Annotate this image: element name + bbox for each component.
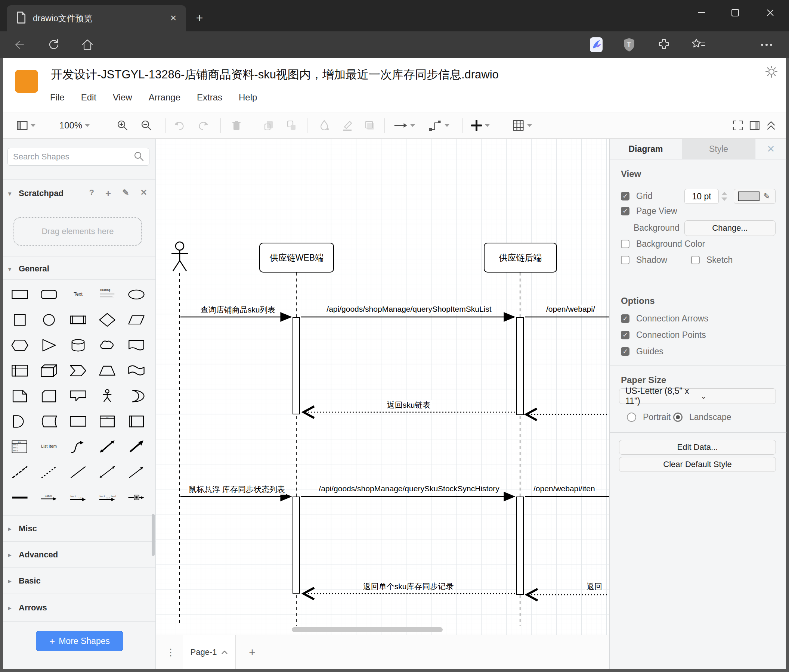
shape-ellipse[interactable] xyxy=(122,282,151,307)
background-color-checkbox[interactable] xyxy=(621,240,629,248)
message-label[interactable]: 返回sku链表 xyxy=(386,400,432,410)
shape-cloud[interactable] xyxy=(93,332,122,358)
scratchpad-edit-icon[interactable]: ✎ xyxy=(122,188,129,199)
message-label[interactable]: 返回 xyxy=(585,581,603,592)
waypoints-style-button[interactable] xyxy=(429,119,450,132)
shape-dotted-line[interactable] xyxy=(34,459,64,484)
shape-textbox[interactable]: Heading xyxy=(93,282,122,307)
panel-close-icon[interactable]: ✕ xyxy=(755,139,786,159)
scratchpad-header[interactable]: ▾ Scratchpad ? + ✎ ✕ xyxy=(3,185,155,202)
collapse-toolbar-icon[interactable] xyxy=(766,120,776,131)
search-input[interactable] xyxy=(13,152,133,162)
shape-or[interactable] xyxy=(122,383,151,408)
shape-document[interactable] xyxy=(122,332,151,358)
shape-arrow-source-label[interactable]: Item 1Label xyxy=(64,484,93,510)
connection-arrows-checkbox[interactable]: ✓ xyxy=(621,314,629,323)
menu-file[interactable]: File xyxy=(50,92,65,103)
scratchpad-add-icon[interactable]: + xyxy=(105,188,111,199)
shape-vertical-container[interactable]: List xyxy=(93,408,122,434)
tampermonkey-shield-icon[interactable]: T xyxy=(621,37,637,53)
home-icon[interactable] xyxy=(79,37,96,53)
shape-arrow-with-label[interactable]: Label xyxy=(34,484,64,510)
section-misc[interactable]: ▸ Misc xyxy=(3,521,155,537)
shape-parallelogram[interactable] xyxy=(122,307,151,332)
line-color-icon[interactable] xyxy=(342,119,353,131)
connection-points-checkbox[interactable]: ✓ xyxy=(621,331,629,339)
shape-diamond[interactable] xyxy=(93,307,122,332)
guides-checkbox[interactable]: ✓ xyxy=(621,347,629,356)
shape-rectangle[interactable] xyxy=(5,282,34,307)
fullscreen-icon[interactable] xyxy=(732,119,744,131)
connection-style-button[interactable] xyxy=(394,121,415,129)
participant-box-web[interactable]: 供应链WEB端 xyxy=(259,243,334,272)
message-label[interactable]: 查询店铺商品sku列表 xyxy=(200,305,277,315)
extensions-puzzle-icon[interactable] xyxy=(656,37,672,53)
shadow-checkbox[interactable] xyxy=(621,256,629,264)
to-back-icon[interactable] xyxy=(286,119,297,131)
window-minimize-button[interactable] xyxy=(691,4,712,22)
actor-icon[interactable] xyxy=(171,242,188,271)
shape-text[interactable]: Text xyxy=(64,282,93,307)
shape-bidirectional-arrow[interactable] xyxy=(93,434,122,459)
shape-internal-storage[interactable] xyxy=(5,358,34,383)
menu-help[interactable]: Help xyxy=(239,92,257,103)
color-swatch[interactable] xyxy=(738,191,759,201)
shape-horizontal-container[interactable] xyxy=(122,408,151,434)
shape-card[interactable] xyxy=(34,383,64,408)
view-panels-button[interactable] xyxy=(17,121,36,130)
page-tab[interactable]: Page-1 xyxy=(183,635,236,669)
shape-step[interactable] xyxy=(64,358,93,383)
section-arrows[interactable]: ▸ Arrows xyxy=(3,600,155,616)
tab-diagram[interactable]: Diagram xyxy=(610,139,682,159)
browser-menu-icon[interactable] xyxy=(759,37,775,53)
insert-button[interactable] xyxy=(471,120,490,131)
canvas-horizontal-scrollbar[interactable] xyxy=(292,627,443,632)
zoom-dropdown[interactable]: 100% xyxy=(59,120,90,131)
scratchpad-close-icon[interactable]: ✕ xyxy=(141,188,147,199)
activation-bar[interactable] xyxy=(292,497,300,594)
message-label[interactable]: /open/webapi/iten xyxy=(532,484,596,493)
grid-size-stepper[interactable] xyxy=(720,189,729,204)
shape-actor[interactable] xyxy=(93,383,122,408)
grid-color-button[interactable]: ✎ xyxy=(734,189,776,204)
activation-bar[interactable] xyxy=(516,317,524,415)
sketch-checkbox[interactable] xyxy=(691,256,700,264)
diagram-canvas[interactable]: 供应链WEB端 供应链后端 查询店铺商品sku列表 /api/goods/sho… xyxy=(156,139,609,635)
pages-menu-icon[interactable]: ⋮ xyxy=(163,644,179,661)
landscape-radio[interactable] xyxy=(673,412,682,422)
section-general[interactable]: ▾ General xyxy=(3,261,155,277)
scratchpad-dropzone[interactable]: Drag elements here xyxy=(13,217,142,246)
shape-container[interactable] xyxy=(64,408,93,434)
delete-icon[interactable] xyxy=(231,119,242,131)
shape-bidirectional-connector[interactable] xyxy=(93,459,122,484)
shape-dashed-line[interactable] xyxy=(5,459,34,484)
shape-curve[interactable] xyxy=(64,434,93,459)
section-basic[interactable]: ▸ Basic xyxy=(3,573,155,589)
window-close-button[interactable] xyxy=(760,4,781,22)
shape-list[interactable]: ListItem 1Item 2Item 3 xyxy=(5,434,34,459)
back-icon[interactable] xyxy=(10,37,27,53)
extension-bird-icon[interactable] xyxy=(588,37,604,53)
theme-sun-icon[interactable] xyxy=(764,65,779,80)
table-button[interactable] xyxy=(513,119,532,131)
add-page-icon[interactable]: + xyxy=(244,644,260,661)
activation-bar[interactable] xyxy=(292,317,300,414)
shape-link[interactable] xyxy=(5,484,34,510)
sidebar-scrollbar[interactable] xyxy=(152,514,155,556)
section-advanced[interactable]: ▸ Advanced xyxy=(3,546,155,563)
shape-circle[interactable] xyxy=(34,307,64,332)
message-label[interactable]: 鼠标悬浮 库存同步状态列表 xyxy=(187,484,286,495)
menu-extras[interactable]: Extras xyxy=(197,92,222,103)
menu-edit[interactable]: Edit xyxy=(81,92,96,103)
message-label[interactable]: /api/goods/shopManage/querySkuStockSyncH… xyxy=(318,484,500,493)
shape-trapezoid[interactable] xyxy=(93,358,122,383)
message-label[interactable]: /open/webapi/ xyxy=(545,305,596,314)
search-icon[interactable] xyxy=(133,151,144,163)
paper-size-select[interactable]: US-Letter (8,5" x 11") ⌄ xyxy=(619,388,776,404)
scratchpad-help-icon[interactable]: ? xyxy=(89,188,94,199)
shape-callout[interactable] xyxy=(64,383,93,408)
shadow-icon[interactable] xyxy=(364,119,376,131)
collections-icon[interactable] xyxy=(690,37,707,53)
clear-default-style-button[interactable]: Clear Default Style xyxy=(619,457,776,472)
shape-search[interactable] xyxy=(8,148,149,166)
